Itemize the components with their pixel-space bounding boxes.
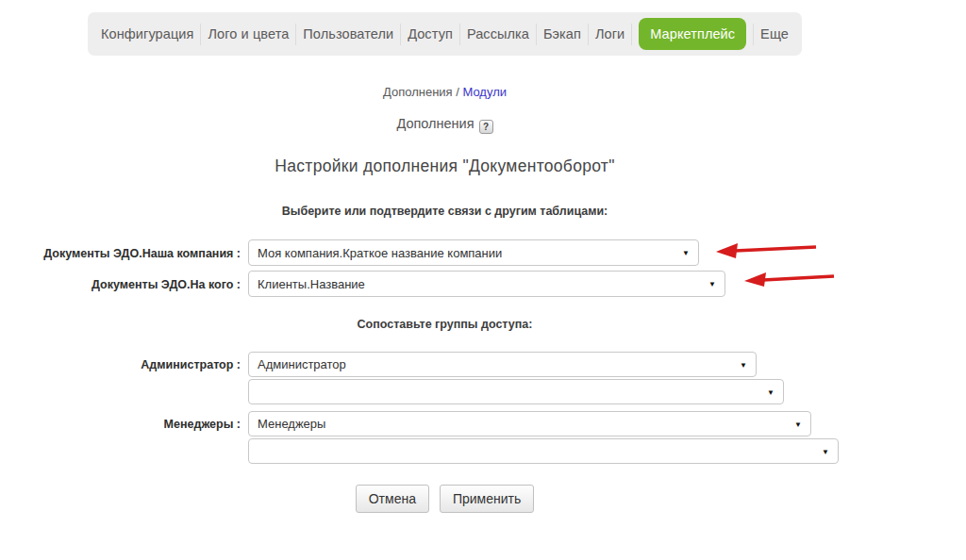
marketplace-addon-settings-page: Конфигурация Лого и цвета Пользователи Д… <box>0 0 966 560</box>
nav-divider <box>753 24 754 45</box>
tab-access[interactable]: Доступ <box>408 26 453 41</box>
select-group-managers-extra[interactable]: ▼ <box>248 438 839 464</box>
dropdown-caret-icon: ▼ <box>682 249 690 257</box>
nav-divider <box>459 24 460 45</box>
select-edo-to-whom[interactable]: Клиенты.Название ▼ <box>248 271 725 297</box>
breadcrumb-separator: / <box>453 85 463 99</box>
field-label-to-whom: Документы ЭДО.На кого : <box>0 278 241 291</box>
selected-value: Моя компания.Краткое название компании <box>249 246 502 260</box>
top-navigation: Конфигурация Лого и цвета Пользователи Д… <box>88 12 802 56</box>
field-label-administrator: Администратор : <box>0 358 241 371</box>
tab-logo-colors[interactable]: Лого и цвета <box>208 26 289 41</box>
red-arrow-annotation-1 <box>712 240 822 259</box>
dropdown-caret-icon: ▼ <box>740 360 747 369</box>
selected-value: Администратор <box>249 357 346 371</box>
nav-divider <box>536 24 537 45</box>
nav-divider <box>200 24 201 45</box>
field-label-our-company: Документы ЭДО.Наша компания : <box>0 247 241 260</box>
help-icon[interactable]: ? <box>479 120 493 134</box>
tab-configuration[interactable]: Конфигурация <box>101 26 194 41</box>
red-arrow-annotation-2 <box>739 269 839 288</box>
selected-value: Клиенты.Название <box>249 277 365 291</box>
tab-backup[interactable]: Бэкап <box>543 26 581 41</box>
select-group-administrator[interactable]: Администратор ▼ <box>248 352 757 377</box>
section-title-row: Дополнения? <box>0 116 890 134</box>
nav-divider <box>588 24 589 45</box>
form-actions: Отмена Применить <box>0 485 890 513</box>
apply-button[interactable]: Применить <box>440 485 534 513</box>
breadcrumb-parent: Дополнения <box>383 85 453 99</box>
tab-marketplace[interactable]: Маркетплейс <box>639 18 746 50</box>
form-instruction: Выберите или подтвердите связи с другим … <box>0 205 890 218</box>
dropdown-caret-icon: ▼ <box>708 280 716 288</box>
dropdown-caret-icon: ▼ <box>794 420 802 428</box>
tab-users[interactable]: Пользователи <box>303 26 393 41</box>
breadcrumb-modules-link[interactable]: Модули <box>462 85 507 99</box>
nav-divider <box>400 24 401 45</box>
section-title: Дополнения <box>396 116 474 131</box>
field-label-managers: Менеджеры : <box>0 418 241 431</box>
tab-more[interactable]: Еще <box>760 26 789 41</box>
breadcrumb: Дополнения / Модули <box>0 85 890 99</box>
tab-logs[interactable]: Логи <box>595 26 625 41</box>
select-group-managers[interactable]: Менеджеры ▼ <box>248 411 811 436</box>
dropdown-caret-icon: ▼ <box>767 387 774 396</box>
nav-divider <box>631 24 632 45</box>
selected-value: Менеджеры <box>249 417 325 431</box>
tab-mailing[interactable]: Рассылка <box>467 26 529 41</box>
select-group-administrator-extra[interactable]: ▼ <box>248 379 784 404</box>
groups-instruction: Сопоставьте группы доступа: <box>0 318 890 331</box>
dropdown-caret-icon: ▼ <box>822 447 829 455</box>
page-title: Настройки дополнения "Документооборот" <box>0 156 890 176</box>
select-edo-our-company[interactable]: Моя компания.Краткое название компании ▼ <box>248 239 699 266</box>
cancel-button[interactable]: Отмена <box>356 485 429 513</box>
nav-divider <box>295 24 296 45</box>
